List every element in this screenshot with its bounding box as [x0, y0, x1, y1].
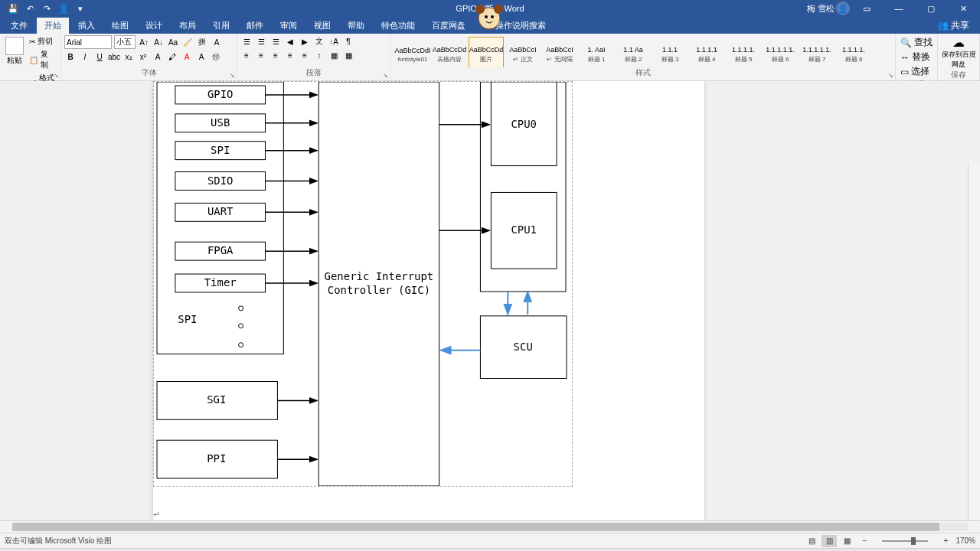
bold-button[interactable]: B: [64, 51, 77, 63]
tab-baidu[interactable]: 百度网盘: [424, 18, 473, 34]
font-color-button[interactable]: A: [181, 51, 193, 63]
font-launcher-icon[interactable]: ↘: [230, 72, 235, 79]
shading-button[interactable]: ▦: [328, 49, 340, 61]
style-item-12[interactable]: 1.1.1.1.标题 8: [836, 37, 871, 67]
replace-button[interactable]: ↔替换: [899, 50, 934, 64]
asian-layout-button[interactable]: 文: [313, 35, 325, 47]
group-paragraph: ☰ ☰ ☰ ◀ ▶ 文 ↓A ¶ ≡ ≡ ≡ ≡ ≡ ↕ ▦ ▦ 段落 ↘: [237, 34, 390, 80]
close-button[interactable]: ✕: [948, 0, 978, 17]
distribute-button[interactable]: ≡: [299, 49, 311, 61]
sort-button[interactable]: ↓A: [328, 35, 340, 47]
highlight-button[interactable]: 🖍: [166, 51, 178, 63]
document-area[interactable]: GPIO USB SPI SDIO UART FPGA Timer SPI SG…: [0, 81, 980, 520]
line-spacing-button[interactable]: ↕: [313, 49, 325, 61]
tab-layout[interactable]: 布局: [172, 18, 204, 34]
style-item-1[interactable]: AaBbCcDd表格内容: [432, 37, 467, 67]
page: GPIO USB SPI SDIO UART FPGA Timer SPI SG…: [153, 81, 704, 520]
tab-mailings[interactable]: 邮件: [239, 18, 271, 34]
cut-button[interactable]: ✂ 剪切: [28, 35, 57, 47]
cloud-save-button[interactable]: ☁ 保存到百度网盘: [941, 35, 976, 70]
tab-view[interactable]: 视图: [306, 18, 338, 34]
save-icon[interactable]: 💾: [8, 3, 18, 14]
align-center-button[interactable]: ≡: [255, 49, 267, 61]
tab-home[interactable]: 开始: [37, 18, 69, 34]
style-item-2[interactable]: AaBbCcDd图片: [469, 37, 504, 67]
zoom-in-button[interactable]: +: [938, 535, 953, 547]
web-layout-button[interactable]: ▦: [839, 535, 854, 547]
svg-text:SDIO: SDIO: [207, 174, 234, 187]
enclose-char-button[interactable]: ㊕: [210, 51, 222, 63]
font-name-select[interactable]: [64, 35, 112, 49]
style-item-7[interactable]: 1.1.1标题 3: [652, 37, 688, 67]
horizontal-scrollbar[interactable]: [0, 520, 980, 533]
align-right-button[interactable]: ≡: [270, 49, 282, 61]
multilevel-button[interactable]: ☰: [270, 35, 282, 47]
paragraph-mark-icon: ↵: [153, 510, 160, 520]
print-layout-button[interactable]: ▥: [822, 535, 837, 547]
bullets-button[interactable]: ☰: [240, 35, 253, 47]
vertical-scrollbar[interactable]: [968, 162, 980, 520]
shrink-font-button[interactable]: A↓: [152, 36, 165, 48]
tab-insert[interactable]: 插入: [70, 18, 103, 34]
char-border-button[interactable]: A: [211, 36, 223, 48]
style-item-3[interactable]: AaBbCcI↵ 正文: [505, 37, 541, 67]
svg-text:Generic Interrupt: Generic Interrupt: [325, 270, 434, 282]
style-item-5[interactable]: 1. AaI标题 1: [579, 37, 614, 67]
tab-file[interactable]: 文件: [3, 18, 35, 34]
underline-button[interactable]: U: [93, 51, 106, 63]
align-left-button[interactable]: ≡: [240, 49, 253, 61]
clipboard-launcher-icon[interactable]: ↘: [54, 72, 59, 79]
tab-design[interactable]: 设计: [138, 18, 170, 34]
superscript-button[interactable]: x²: [137, 51, 149, 63]
change-case-button[interactable]: Aa: [167, 36, 179, 48]
tab-draw[interactable]: 绘图: [104, 18, 136, 34]
grow-font-button[interactable]: A↑: [138, 36, 150, 48]
numbering-button[interactable]: ☰: [255, 35, 267, 47]
zoom-slider[interactable]: [874, 535, 936, 547]
decrease-indent-button[interactable]: ◀: [284, 35, 296, 47]
group-cloud: ☁ 保存到百度网盘 保存: [938, 34, 980, 80]
style-item-4[interactable]: AaBbCcI↵ 无间隔: [542, 37, 577, 67]
font-size-select[interactable]: [114, 35, 136, 49]
style-item-10[interactable]: 1.1.1.1.1.标题 6: [763, 37, 798, 67]
tab-references[interactable]: 引用: [205, 18, 237, 34]
ribbon-display-button[interactable]: ▭: [851, 0, 882, 17]
tab-help[interactable]: 帮助: [340, 18, 372, 34]
style-item-0[interactable]: AaBbCcDdIfontstyle01: [395, 37, 430, 67]
clear-format-button[interactable]: 🧹: [181, 36, 194, 48]
share-button[interactable]: 👥 共享: [937, 19, 969, 32]
zoom-level[interactable]: 170%: [956, 536, 975, 545]
svg-text:CPU1: CPU1: [511, 223, 537, 236]
strike-button[interactable]: abc: [108, 51, 120, 63]
styles-launcher-icon[interactable]: ↘: [888, 72, 893, 79]
minimize-button[interactable]: —: [884, 0, 914, 17]
justify-button[interactable]: ≡: [284, 49, 296, 61]
qat-more-icon[interactable]: ▾: [75, 3, 86, 14]
zoom-out-button[interactable]: −: [857, 535, 872, 547]
phonetic-button[interactable]: 拼: [196, 36, 208, 48]
style-item-6[interactable]: 1.1 Aa标题 2: [616, 37, 651, 67]
maximize-button[interactable]: ▢: [916, 0, 946, 17]
select-button[interactable]: ▭选择: [899, 64, 934, 79]
increase-indent-button[interactable]: ▶: [299, 35, 311, 47]
text-effects-button[interactable]: A: [152, 51, 164, 63]
style-item-8[interactable]: 1.1.1.1标题 4: [689, 37, 724, 67]
style-item-11[interactable]: 1.1.1.1.1.标题 7: [799, 37, 835, 67]
italic-button[interactable]: I: [79, 51, 91, 63]
char-shading-button[interactable]: A: [195, 51, 207, 63]
subscript-button[interactable]: x₂: [122, 51, 135, 63]
style-item-9[interactable]: 1.1.1.1.标题 5: [726, 37, 761, 67]
show-marks-button[interactable]: ¶: [342, 35, 354, 47]
redo-icon[interactable]: ↷: [41, 3, 52, 14]
find-button[interactable]: 🔍查找: [899, 35, 934, 50]
undo-icon[interactable]: ↶: [24, 3, 35, 14]
user-icon[interactable]: 👤: [58, 3, 69, 14]
border-button[interactable]: ▦: [342, 49, 354, 61]
visio-diagram[interactable]: GPIO USB SPI SDIO UART FPGA Timer SPI SG…: [153, 81, 573, 487]
read-mode-button[interactable]: ▤: [804, 535, 819, 547]
tab-special[interactable]: 特色功能: [374, 18, 423, 34]
avatar[interactable]: 👤: [836, 2, 850, 15]
tab-review[interactable]: 审阅: [273, 18, 305, 34]
paragraph-launcher-icon[interactable]: ↘: [383, 72, 388, 79]
copy-button[interactable]: 📋 复制: [28, 48, 57, 71]
